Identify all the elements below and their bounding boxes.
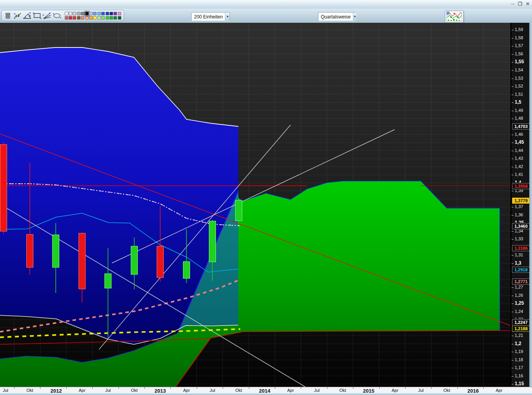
color-swatch[interactable] (93, 16, 97, 20)
color-swatch[interactable] (106, 12, 109, 15)
indicator-chart-icon: + + (13, 11, 22, 20)
x-axis-label: Apr (79, 388, 85, 393)
title-bar: ─ ❐ ✕ (0, 0, 532, 9)
indicator-draw-tool[interactable]: + + (13, 11, 22, 20)
y-axis-tick (512, 368, 514, 368)
color-swatch[interactable] (73, 12, 76, 15)
color-swatch[interactable] (85, 16, 89, 20)
y-axis-tick (512, 296, 514, 296)
chart-plot-area[interactable] (0, 23, 510, 387)
x-axis-tick (249, 387, 249, 389)
color-swatch[interactable] (65, 12, 68, 15)
ellipse-icon: + + (52, 11, 62, 20)
color-swatch[interactable] (77, 12, 80, 15)
candle-body (0, 144, 7, 231)
y-axis-tick (512, 159, 514, 159)
interval-dropdown[interactable]: Quartalsweise ▼ (318, 12, 356, 21)
color-swatch[interactable] (118, 12, 121, 15)
color-swatch[interactable] (110, 12, 113, 15)
chevron-down-icon[interactable]: ▼ (225, 13, 230, 20)
y-axis-label: 1,2 (515, 341, 530, 346)
svg-text:+: + (60, 16, 61, 19)
color-swatch[interactable] (65, 16, 68, 20)
rectangle-icon: × × (33, 11, 42, 20)
y-axis-label: 1,3 (515, 261, 530, 266)
color-swatch[interactable] (81, 12, 84, 15)
y-axis-tick (512, 46, 514, 46)
color-swatch[interactable] (113, 16, 117, 20)
color-swatch[interactable] (73, 16, 76, 20)
units-dropdown[interactable]: 200 Einheiten ▼ (191, 12, 230, 21)
x-axis-label: Jul (3, 388, 8, 393)
angle-tool[interactable]: α × (23, 11, 32, 20)
candle-body (53, 235, 59, 267)
y-axis-tick (512, 336, 514, 336)
y-axis-label: 1,53 (515, 76, 530, 81)
x-axis-tick (431, 387, 431, 389)
y-axis-label: 1,56 (515, 51, 530, 57)
x-axis-label: Okt (235, 388, 242, 393)
x-axis-tick (92, 387, 93, 389)
y-axis-label: 1,49 (515, 108, 530, 113)
color-swatch[interactable] (106, 16, 109, 20)
drawing-tool-panel: + + α × × × + + (1, 10, 124, 21)
color-swatch[interactable] (89, 16, 93, 20)
color-swatch[interactable] (89, 12, 93, 15)
color-swatch[interactable] (101, 12, 105, 15)
y-axis-tick (512, 151, 514, 151)
ellipse-tool[interactable]: + + (52, 11, 62, 20)
svg-text:×: × (33, 11, 34, 15)
rectangle-tool[interactable]: × × (33, 11, 42, 20)
color-swatch[interactable] (81, 16, 84, 20)
time-axis[interactable]: JulOkt2012AprJulOkt2013AprJulOkt2014AprJ… (0, 387, 532, 393)
y-axis-tick (512, 143, 514, 143)
price-level-label: 1,3779 (512, 198, 530, 204)
svg-text:×: × (40, 16, 41, 20)
color-swatch[interactable] (84, 11, 90, 16)
y-axis-tick (512, 86, 514, 87)
color-swatch[interactable] (110, 16, 113, 20)
x-axis-tick (144, 387, 145, 389)
candle-body (131, 246, 138, 274)
color-swatch[interactable] (93, 12, 97, 15)
x-axis-label: Okt (339, 388, 346, 393)
x-axis-tick (483, 387, 484, 389)
y-axis-label: 1,17 (515, 365, 530, 370)
color-swatch[interactable] (69, 12, 72, 15)
delete-drawing-tool[interactable] (3, 11, 13, 20)
x-axis-label: Apr (495, 388, 502, 393)
y-axis-tick (512, 304, 514, 304)
color-swatch[interactable] (118, 16, 121, 20)
color-swatch[interactable] (77, 16, 80, 20)
x-axis-tick (170, 387, 171, 389)
y-axis-label: 1,25 (515, 301, 530, 306)
y-axis-tick (512, 62, 514, 62)
x-axis-tick (197, 387, 197, 389)
x-axis-label: Apr (287, 388, 294, 393)
x-axis-tick (40, 387, 40, 389)
svg-text:+: + (53, 12, 55, 15)
y-axis-label: 1,46 (515, 132, 530, 137)
y-axis-label: 1,54 (515, 68, 530, 73)
minimize-icon[interactable]: ─ (511, 2, 515, 6)
y-axis-label: 1,58 (515, 35, 530, 40)
chart-view-button[interactable] (445, 10, 464, 23)
x-axis-label: Jul (418, 388, 424, 393)
color-swatch[interactable] (69, 16, 72, 20)
angle-icon: α × (23, 11, 32, 20)
color-swatch[interactable] (97, 12, 101, 15)
chevron-down-icon[interactable]: ▼ (353, 13, 356, 20)
price-axis[interactable]: 1,591,581,571,561,551,541,531,521,511,51… (510, 23, 530, 387)
y-axis-label: 1,45 (515, 140, 530, 145)
color-swatch[interactable] (113, 12, 117, 15)
restore-icon[interactable]: ❐ (518, 2, 522, 6)
close-icon[interactable]: ✕ (526, 2, 530, 6)
trading-chart-window: { "window": { "minimize": "─", "restore"… (0, 0, 532, 395)
y-axis-tick (512, 215, 514, 216)
y-axis-label: 1,59 (515, 27, 530, 32)
y-axis-label: 1,33 (515, 236, 530, 241)
y-axis-tick (512, 102, 514, 103)
color-swatch[interactable] (97, 16, 101, 20)
fan-lines-tool[interactable]: + + (42, 11, 52, 20)
color-swatch[interactable] (101, 16, 105, 20)
